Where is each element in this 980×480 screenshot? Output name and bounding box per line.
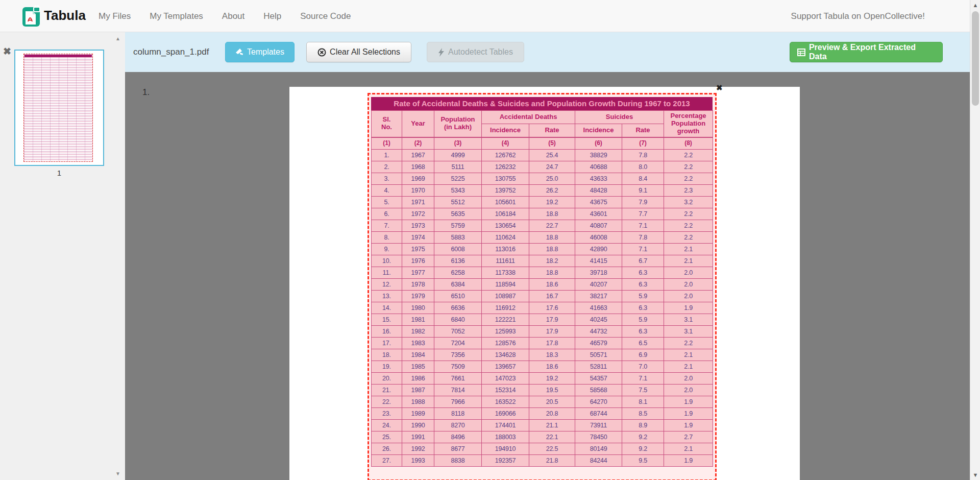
lightning-bolt-icon — [438, 48, 445, 57]
autodetect-tables-button[interactable]: Autodetect Tables — [427, 42, 524, 62]
autodetect-button-label: Autodetect Tables — [448, 47, 513, 57]
sidebar-scroll-down-icon[interactable]: ▼ — [115, 471, 120, 476]
window-scrollbar[interactable]: ▲ ▼ — [970, 0, 980, 480]
scrollbar-down-icon[interactable]: ▼ — [970, 472, 980, 478]
brand-title[interactable]: Tabula — [44, 8, 86, 23]
templates-button-label: Templates — [247, 47, 284, 57]
nav-item-source-code[interactable]: Source Code — [300, 11, 351, 21]
scrollbar-thumb[interactable] — [972, 11, 979, 106]
templates-button[interactable]: Templates — [225, 42, 295, 62]
clear-circle-x-icon — [317, 48, 326, 57]
document-filename: column_span_1.pdf — [133, 32, 209, 72]
tabula-logo-icon[interactable] — [22, 5, 41, 27]
nav-item-my-templates[interactable]: My Templates — [150, 11, 203, 21]
templates-trowel-icon — [235, 48, 243, 56]
nav-item-about[interactable]: About — [222, 11, 244, 21]
selection-close-icon[interactable]: ✖ — [716, 83, 723, 92]
export-table-icon — [797, 49, 805, 56]
remove-page-icon[interactable]: ✖ — [3, 45, 11, 57]
sidebar-scroll-up-icon[interactable]: ▲ — [115, 36, 120, 41]
nav-item-my-files[interactable]: My Files — [99, 11, 131, 21]
support-opencollective-link[interactable]: Support Tabula on OpenCollective! — [791, 11, 925, 21]
page-thumbnail-sidebar: ✖ 1 ▲ ▼ — [0, 32, 125, 480]
page-thumbnail[interactable] — [14, 50, 104, 166]
clear-button-label: Clear All Selections — [330, 47, 400, 57]
nav-links: My Files My Templates About Help Source … — [99, 0, 351, 32]
thumbnail-page-number: 1 — [14, 169, 104, 177]
tabula-app: Tabula My Files My Templates About Help … — [0, 0, 980, 480]
nav-item-help[interactable]: Help — [263, 11, 281, 21]
pdf-workspace: 1. Rate of Accidental Deaths & Suicides … — [125, 72, 970, 480]
preview-button-label: Preview & Export Extracted Data — [809, 43, 935, 61]
document-toolbar: column_span_1.pdf Templates Clear All Se… — [125, 32, 970, 72]
thumbnail-selection-preview — [23, 54, 93, 162]
page-number-label: 1. — [142, 87, 150, 98]
table-selection-box[interactable] — [368, 93, 717, 480]
clear-all-selections-button[interactable]: Clear All Selections — [306, 42, 411, 62]
pdf-page[interactable]: Rate of Accidental Deaths & Suicides and… — [289, 87, 800, 480]
top-navbar: Tabula My Files My Templates About Help … — [0, 0, 970, 32]
thumbnail-table-titlebar — [24, 55, 92, 57]
preview-export-button[interactable]: Preview & Export Extracted Data — [790, 42, 943, 62]
scrollbar-up-icon[interactable]: ▲ — [970, 2, 980, 8]
